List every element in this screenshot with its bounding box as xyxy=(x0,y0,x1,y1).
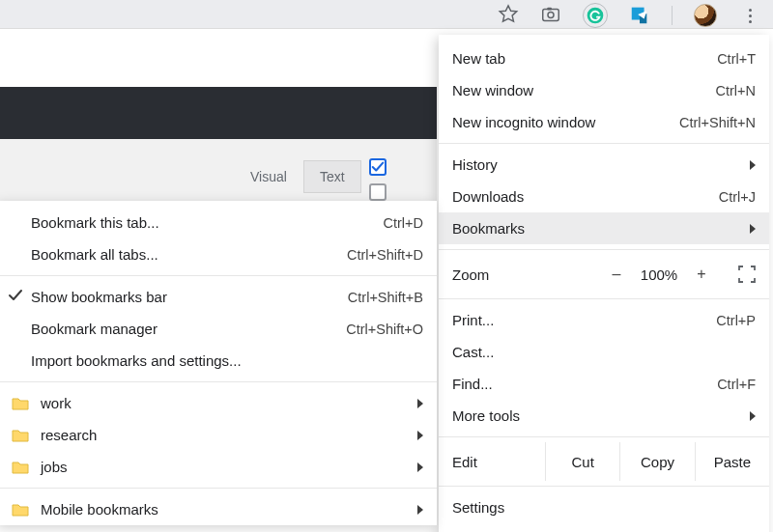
grammarly-icon[interactable] xyxy=(583,3,608,28)
toolbar-separator xyxy=(672,6,673,25)
menu-zoom: Zoom – 100% + xyxy=(439,255,769,294)
submenu-show-bar[interactable]: Show bookmarks barCtrl+Shift+B xyxy=(0,281,437,313)
checkbox-1[interactable] xyxy=(369,158,386,176)
menu-new-tab[interactable]: New tabCtrl+T xyxy=(439,42,769,74)
menu-find[interactable]: Find...Ctrl+F xyxy=(439,368,769,400)
main-menu: New tabCtrl+T New windowCtrl+N New incog… xyxy=(439,35,769,532)
chevron-right-icon xyxy=(417,399,423,408)
submenu-folder-research[interactable]: research xyxy=(0,419,437,451)
zoom-value: 100% xyxy=(634,266,684,283)
star-icon[interactable] xyxy=(498,4,519,28)
zoom-label: Zoom xyxy=(452,266,601,283)
edit-label: Edit xyxy=(439,454,545,470)
checkbox-2[interactable] xyxy=(369,183,386,201)
menu-history[interactable]: History xyxy=(439,149,769,181)
menu-separator xyxy=(439,143,769,144)
menu-edit: Edit Cut Copy Paste xyxy=(439,442,769,481)
menu-separator xyxy=(439,486,769,487)
submenu-separator xyxy=(0,488,437,489)
share-icon[interactable] xyxy=(629,4,650,28)
menu-downloads[interactable]: DownloadsCtrl+J xyxy=(439,181,769,212)
menu-separator xyxy=(439,249,769,250)
edit-paste-button[interactable]: Paste xyxy=(695,442,769,481)
chevron-right-icon xyxy=(417,431,423,440)
chevron-right-icon xyxy=(750,411,756,421)
submenu-separator xyxy=(0,275,437,276)
menu-print[interactable]: Print...Ctrl+P xyxy=(439,304,769,336)
folder-icon xyxy=(12,461,29,474)
chevron-right-icon xyxy=(750,160,756,170)
menu-cast[interactable]: Cast... xyxy=(439,336,769,368)
zoom-out-button[interactable]: – xyxy=(601,266,632,283)
menu-separator xyxy=(439,298,769,299)
editor-tabs: Visual Text xyxy=(234,160,361,193)
checkmark-icon xyxy=(8,289,23,305)
avatar[interactable] xyxy=(694,4,717,27)
edit-cut-button[interactable]: Cut xyxy=(545,442,619,481)
submenu-folder-work[interactable]: work xyxy=(0,387,437,419)
submenu-import[interactable]: Import bookmarks and settings... xyxy=(0,345,437,377)
submenu-manager[interactable]: Bookmark managerCtrl+Shift+O xyxy=(0,313,437,345)
submenu-separator xyxy=(0,381,437,382)
menu-separator xyxy=(439,436,769,437)
tab-text[interactable]: Text xyxy=(303,160,361,193)
menu-bookmarks[interactable]: Bookmarks xyxy=(439,212,769,244)
browser-toolbar xyxy=(0,0,773,29)
menu-settings[interactable]: Settings xyxy=(439,491,769,523)
menu-incognito[interactable]: New incognito windowCtrl+Shift+N xyxy=(439,106,769,138)
fullscreen-icon[interactable] xyxy=(738,266,756,283)
chevron-right-icon xyxy=(417,505,423,515)
menu-help[interactable]: Help xyxy=(439,523,769,532)
submenu-mobile-bookmarks[interactable]: Mobile bookmarks xyxy=(0,493,437,525)
camera-icon[interactable] xyxy=(540,4,561,28)
folder-icon xyxy=(12,429,29,442)
page-area-dark xyxy=(0,87,437,139)
zoom-in-button[interactable]: + xyxy=(686,266,717,283)
menu-button[interactable] xyxy=(738,4,761,27)
menu-new-window[interactable]: New windowCtrl+N xyxy=(439,74,769,106)
submenu-bookmark-tab[interactable]: Bookmark this tab...Ctrl+D xyxy=(0,207,437,238)
folder-icon xyxy=(12,503,29,517)
submenu-bookmark-all[interactable]: Bookmark all tabs...Ctrl+Shift+D xyxy=(0,238,437,270)
chevron-right-icon xyxy=(750,224,756,234)
submenu-folder-jobs[interactable]: jobs xyxy=(0,451,437,483)
chevron-right-icon xyxy=(417,462,423,472)
edit-copy-button[interactable]: Copy xyxy=(619,442,694,481)
menu-more-tools[interactable]: More tools xyxy=(439,400,769,432)
folder-icon xyxy=(12,397,29,410)
bookmarks-submenu: Bookmark this tab...Ctrl+D Bookmark all … xyxy=(0,201,437,525)
tab-visual[interactable]: Visual xyxy=(234,160,303,193)
